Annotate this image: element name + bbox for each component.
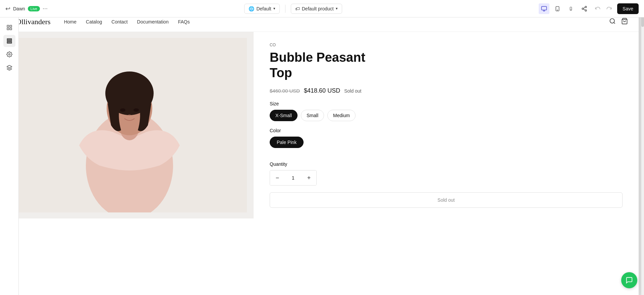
size-medium[interactable]: Medium: [327, 110, 356, 121]
chevron-down-icon-2: ▾: [336, 6, 338, 11]
store-logo: Ollivanders: [16, 17, 51, 26]
nav-link-catalog[interactable]: Catalog: [86, 19, 102, 24]
settings-icon[interactable]: [3, 48, 15, 60]
svg-line-9: [584, 7, 585, 8]
tablet-icon[interactable]: [552, 3, 563, 14]
sale-price: $418.60 USD: [304, 87, 340, 94]
search-icon[interactable]: [609, 18, 616, 26]
color-label: Color: [270, 128, 623, 133]
store-preview: Header Welcome to our store Ollivanders …: [5, 0, 639, 295]
product-title: Bubble PeasantTop: [270, 50, 623, 81]
nav-link-contact[interactable]: Contact: [111, 19, 127, 24]
store-nav-icons: [609, 18, 628, 26]
product-image-placeholder: [5, 32, 254, 218]
svg-rect-13: [10, 28, 11, 30]
app-name-area: ↩ Dawn Live ···: [5, 5, 48, 12]
topbar-right: Save: [539, 3, 639, 14]
svg-rect-11: [10, 25, 11, 27]
live-badge: Live: [28, 6, 40, 11]
product-info: CO Bubble PeasantTop $460.00 USD $418.60…: [254, 32, 639, 218]
svg-line-32: [614, 22, 615, 23]
more-button[interactable]: ···: [43, 5, 48, 12]
quantity-increase[interactable]: +: [302, 170, 316, 185]
icon-bar: [0, 17, 19, 295]
cart-icon[interactable]: [621, 18, 628, 26]
mobile-icon[interactable]: [566, 3, 576, 14]
back-icon[interactable]: ↩: [5, 5, 10, 12]
nav-link-home[interactable]: Home: [64, 19, 76, 24]
product-dropdown[interactable]: 🏷 Default product ▾: [291, 4, 342, 14]
svg-rect-12: [7, 28, 9, 30]
store-nav-links: Home Catalog Contact Documentation FAQs: [64, 19, 190, 24]
app-name: Dawn: [13, 6, 25, 11]
quantity-value: 1: [285, 175, 302, 181]
nav-icon[interactable]: [3, 21, 15, 34]
right-scrollbar[interactable]: [641, 0, 644, 295]
svg-point-17: [8, 54, 10, 55]
chevron-down-icon: ▾: [273, 6, 275, 11]
redo-button[interactable]: [604, 3, 614, 14]
nav-link-faqs[interactable]: FAQs: [178, 19, 190, 24]
size-label: Size: [270, 101, 623, 106]
add-to-cart-area: Sold out: [270, 192, 623, 208]
chat-button[interactable]: [621, 272, 637, 288]
size-small[interactable]: Small: [301, 110, 324, 121]
product-pricing: $460.00 USD $418.60 USD Sold out: [270, 87, 623, 94]
svg-point-31: [610, 18, 614, 23]
svg-point-40: [133, 108, 139, 112]
topbar-center: 🌐 Default ▾ 🏷 Default product ▾: [52, 4, 535, 14]
svg-point-5: [585, 6, 587, 8]
size-variants: X-Small Small Medium: [270, 110, 623, 121]
svg-rect-0: [542, 6, 547, 10]
nav-link-documentation[interactable]: Documentation: [137, 19, 169, 24]
quantity-selector: − 1 +: [270, 170, 317, 186]
color-pale-pink[interactable]: Pale Pink: [270, 137, 304, 148]
topbar: ↩ Dawn Live ··· 🌐 Default ▾ 🏷 Default pr…: [0, 0, 644, 17]
quantity-decrease[interactable]: −: [270, 170, 285, 185]
svg-rect-10: [7, 25, 9, 27]
undo-button[interactable]: [592, 3, 603, 14]
svg-point-6: [582, 8, 584, 9]
undo-redo: [592, 3, 614, 14]
size-xsmall[interactable]: X-Small: [270, 110, 298, 121]
preview-area: Header Welcome to our store Ollivanders …: [0, 0, 644, 295]
original-price: $460.00 USD: [270, 88, 300, 94]
apps-icon[interactable]: [3, 62, 15, 74]
topbar-separator: [285, 5, 285, 13]
svg-rect-15: [7, 41, 12, 42]
svg-point-39: [120, 108, 125, 112]
product-image: [5, 32, 254, 218]
svg-point-2: [557, 10, 557, 10]
save-button[interactable]: Save: [617, 3, 639, 14]
product-vendor: CO: [270, 43, 623, 47]
svg-rect-16: [7, 42, 12, 43]
sold-out-badge: Sold out: [344, 88, 361, 94]
product-area: CO Bubble PeasantTop $460.00 USD $418.60…: [5, 32, 639, 218]
svg-rect-14: [7, 39, 12, 40]
svg-point-4: [571, 9, 571, 10]
desktop-icon[interactable]: [539, 3, 549, 14]
share-icon[interactable]: [579, 3, 590, 14]
default-dropdown[interactable]: 🌐 Default ▾: [244, 4, 279, 14]
sections-icon[interactable]: [3, 35, 15, 47]
quantity-label: Quantity: [270, 161, 623, 167]
svg-point-7: [585, 10, 587, 11]
svg-line-8: [584, 9, 585, 10]
